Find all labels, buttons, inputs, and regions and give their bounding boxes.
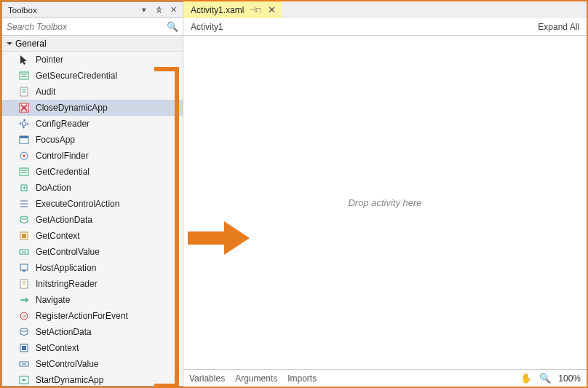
toolbox-item-hostapplication[interactable]: HostApplication (2, 260, 183, 276)
toolbox-title: Toolbox (8, 6, 138, 15)
toolbox-item-getcontrolvalue[interactable]: GetControlValue (2, 244, 183, 260)
svg-point-29 (20, 312, 28, 320)
design-surface[interactable]: Drop activity here (183, 36, 587, 369)
svg-point-15 (23, 155, 25, 157)
bottom-tab-arguments[interactable]: Arguments (235, 373, 277, 384)
start-icon (18, 374, 30, 386)
toolbox-item-label: DoAction (36, 183, 71, 193)
toolbox-title-bar: Toolbox ▾ ✕ (2, 2, 183, 18)
toolbox-item-label: FocusApp (36, 135, 75, 145)
tab-pin-icon[interactable]: ⊣□ (250, 6, 261, 14)
setdata-icon (18, 326, 30, 338)
toolbox-item-startdynamicapp[interactable]: StartDynamicApp (2, 372, 183, 386)
toolbox-panel: Toolbox ▾ ✕ 🔍 General PointerGetSecureCr… (1, 1, 183, 387)
toolbox-item-label: StartDynamicApp (36, 375, 103, 385)
close-icon[interactable]: ✕ (167, 4, 180, 17)
toolbox-item-getcontext[interactable]: GetContext (2, 228, 183, 244)
toolbox-item-label: ControlFinder (36, 151, 89, 161)
pointer-icon (18, 54, 30, 66)
host-icon (18, 262, 30, 274)
setctx-icon (18, 342, 30, 354)
svg-rect-27 (23, 270, 25, 272)
toolbox-item-executecontrolaction[interactable]: ExecuteControlAction (2, 196, 183, 212)
svg-rect-24 (22, 234, 26, 238)
bottom-tab-variables[interactable]: Variables (189, 373, 225, 384)
toolbox-item-controlfinder[interactable]: ControlFinder (2, 148, 183, 164)
toolbox-item-setactiondata[interactable]: SetActionData (2, 324, 183, 340)
arrowloop-icon (18, 182, 30, 194)
toolbox-items: PointerGetSecureCredentialAuditCloseDyna… (2, 52, 183, 386)
toolbox-item-label: GetCredential (36, 167, 90, 177)
gear-icon (18, 118, 30, 130)
setval-icon (18, 358, 30, 370)
pin-icon[interactable] (152, 4, 165, 17)
expand-arrow-icon (5, 39, 14, 48)
data-icon (18, 214, 30, 226)
toolbox-item-configreader[interactable]: ConfigReader (2, 116, 183, 132)
zoom-level[interactable]: 100% (558, 373, 581, 384)
toolbox-item-getsecurecredential[interactable]: GetSecureCredential (2, 68, 183, 84)
svg-rect-16 (20, 168, 28, 175)
toolbox-item-getcredential[interactable]: GetCredential (2, 164, 183, 180)
toolbox-search-row: 🔍 (2, 18, 183, 36)
toolbox-item-label: Audit (36, 87, 55, 97)
toolbox-item-registeractionforevent[interactable]: RegisterActionForEvent (2, 308, 183, 324)
redx-icon (18, 102, 30, 114)
toolbox-item-label: GetActionData (36, 215, 92, 225)
note-icon (18, 86, 30, 98)
tab-row: Activity1.xaml ⊣□ ✕ (183, 1, 587, 18)
toolbox-item-label: HostApplication (36, 263, 96, 273)
toolbox-item-audit[interactable]: Audit (2, 84, 183, 100)
editor-panel: Activity1.xaml ⊣□ ✕ Activity1 Expand All… (183, 1, 587, 387)
list-icon (18, 198, 30, 210)
tab-activity1[interactable]: Activity1.xaml ⊣□ ✕ (183, 1, 282, 18)
toolbox-item-label: Navigate (36, 295, 70, 305)
toolbox-item-pointer[interactable]: Pointer (2, 52, 183, 68)
toolbox-item-label: GetSecureCredential (36, 71, 117, 81)
toolbox-item-label: ConfigReader (36, 119, 90, 129)
form-icon (18, 70, 30, 82)
tab-label: Activity1.xaml (191, 5, 244, 15)
toolbox-item-focusapp[interactable]: FocusApp (2, 132, 183, 148)
expand-all-button[interactable]: Expand All (538, 22, 579, 32)
drop-hint: Drop activity here (348, 197, 421, 208)
breadcrumb[interactable]: Activity1 (191, 22, 223, 32)
pan-hand-icon[interactable]: ✋ (520, 373, 532, 384)
dropdown-icon[interactable]: ▾ (138, 4, 151, 17)
toolbox-item-label: Pointer (36, 55, 63, 65)
svg-rect-26 (20, 264, 28, 270)
toolbox-item-label: SetContext (36, 343, 79, 353)
toolbox-item-label: GetContext (36, 231, 80, 241)
svg-point-30 (20, 328, 28, 331)
toolbox-item-label: SetControlValue (36, 359, 99, 369)
init-icon (18, 278, 30, 290)
toolbox-item-setcontrolvalue[interactable]: SetControlValue (2, 356, 183, 372)
toolbox-item-initstringreader[interactable]: InitstringReader (2, 276, 183, 292)
search-icon[interactable]: 🔍 (167, 21, 178, 32)
tab-close-icon[interactable]: ✕ (266, 4, 277, 15)
svg-point-11 (22, 122, 26, 126)
toolbox-item-getactiondata[interactable]: GetActionData (2, 212, 183, 228)
bottom-tab-imports[interactable]: Imports (287, 373, 317, 384)
getval-icon (18, 246, 30, 258)
toolbox-search-input[interactable] (7, 22, 167, 32)
bottom-bar: Variables Arguments Imports ✋ 🔍 100% (183, 369, 587, 387)
form-icon (18, 166, 30, 178)
breadcrumb-row: Activity1 Expand All (183, 18, 587, 36)
toolbox-item-label: ExecuteControlAction (36, 199, 119, 209)
svg-point-22 (20, 216, 28, 219)
toolbox-item-doaction[interactable]: DoAction (2, 180, 183, 196)
reg-icon (18, 310, 30, 322)
window-icon (18, 134, 30, 146)
toolbox-item-setcontext[interactable]: SetContext (2, 340, 183, 356)
toolbox-item-label: SetActionData (36, 327, 92, 337)
toolbox-category-general[interactable]: General (2, 36, 183, 52)
nav-icon (18, 294, 30, 306)
context-icon (18, 230, 30, 242)
toolbox-item-navigate[interactable]: Navigate (2, 292, 183, 308)
zoom-fit-icon[interactable]: 🔍 (539, 373, 551, 384)
svg-rect-2 (20, 72, 28, 79)
toolbox-item-closedynamicapp[interactable]: CloseDynamicApp (2, 100, 183, 116)
toolbox-item-label: RegisterActionForEvent (36, 311, 128, 321)
category-label: General (15, 39, 47, 49)
